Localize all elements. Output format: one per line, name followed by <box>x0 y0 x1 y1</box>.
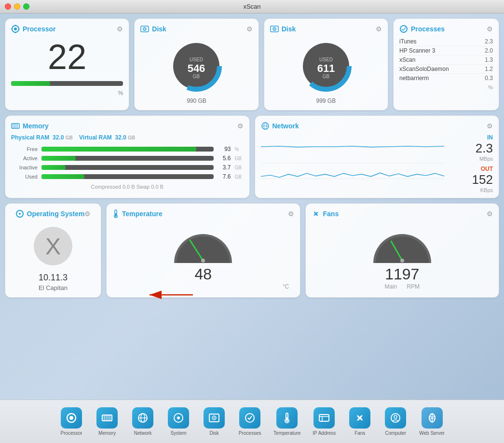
svg-point-41 <box>201 259 205 263</box>
toolbar-ipaddress[interactable]: IP Address <box>307 403 341 440</box>
toolbar-processes[interactable]: Processes <box>233 403 267 440</box>
toolbar-fans[interactable]: Fans <box>343 403 377 440</box>
os-settings[interactable]: ⚙ <box>84 210 91 218</box>
toolbar-ipaddress-icon <box>318 412 330 424</box>
memory-settings[interactable]: ⚙ <box>237 122 244 130</box>
active-bar <box>41 156 214 161</box>
fans-icon <box>312 209 320 218</box>
disk2-total: 999 GB <box>270 97 382 104</box>
processes-title: Processes <box>411 25 445 33</box>
processor-settings[interactable]: ⚙ <box>117 25 123 33</box>
close-button[interactable] <box>5 3 11 10</box>
fans-settings[interactable]: ⚙ <box>487 210 493 218</box>
net-in-value: 2.3 <box>472 141 493 156</box>
os-logo-circle: X <box>34 227 72 265</box>
toolbar-system-label: System <box>170 430 186 436</box>
toolbar-processes-icon <box>244 412 256 424</box>
row-1: Processor ⚙ 22 % Disk <box>5 18 499 111</box>
inactive-value: 3.7 <box>218 164 231 171</box>
toolbar: Processor Memory Network <box>0 400 504 443</box>
disk2-donut: USED 611 GB <box>270 37 382 95</box>
svg-text:GB: GB <box>323 74 330 79</box>
svg-point-35 <box>19 213 21 215</box>
fans-unit: RPM <box>407 283 420 290</box>
os-card: Operating System ⚙ X 10.11.3 El Capitan <box>5 203 101 298</box>
toolbar-memory[interactable]: Memory <box>90 403 124 440</box>
processor-value: 22 <box>11 38 123 76</box>
net-out-label: OUT <box>472 166 493 172</box>
titlebar: xScan <box>0 0 504 14</box>
memory-row-free: Free 93 % <box>11 146 244 152</box>
virtual-ram: 32.0 <box>115 134 126 141</box>
svg-point-22 <box>400 26 407 32</box>
disk2-settings[interactable]: ⚙ <box>376 25 382 33</box>
used-bar <box>41 174 214 179</box>
toolbar-processor-label: Processor <box>61 430 82 436</box>
toolbar-computer-icon <box>390 412 401 424</box>
toolbar-processor[interactable]: Processor <box>54 403 88 440</box>
svg-rect-49 <box>102 415 112 421</box>
inactive-bar <box>41 165 214 170</box>
memory-row-inactive: Inactive 3.7 GB <box>11 164 244 171</box>
toolbar-webserver[interactable]: Web Server <box>414 403 450 440</box>
processor-percent: % <box>11 90 123 97</box>
toolbar-webserver-icon-bg <box>422 407 443 429</box>
network-card: Network ⚙ IN 2.3 MBps <box>255 115 500 198</box>
disk2-card: Disk ⚙ USED 611 GB 999 GB <box>264 18 388 111</box>
processes-settings[interactable]: ⚙ <box>487 25 493 33</box>
os-title: Operating System <box>27 210 85 218</box>
toolbar-disk-icon <box>208 412 220 424</box>
temperature-unit: °C <box>283 283 289 290</box>
net-out-unit: KBps <box>472 187 493 193</box>
minimize-button[interactable] <box>14 3 20 10</box>
fans-sub-label: Main <box>384 283 397 290</box>
temperature-value: 48 <box>194 265 212 283</box>
network-settings[interactable]: ⚙ <box>487 122 493 130</box>
temperature-gauge <box>167 222 239 265</box>
free-bar <box>41 147 214 152</box>
svg-text:USED: USED <box>190 57 204 62</box>
toolbar-disk[interactable]: Disk <box>197 403 231 440</box>
toolbar-temperature[interactable]: Temperature <box>269 403 305 440</box>
svg-point-61 <box>214 417 215 419</box>
disk1-donut-svg: USED 546 GB <box>167 37 225 95</box>
memory-footer: Compressed 0.0 B Swap 0.0 B <box>11 184 244 190</box>
toolbar-system[interactable]: System <box>162 403 195 440</box>
row-2: Memory ⚙ Physical RAM 32.0 GB Virtual RA… <box>5 115 499 198</box>
process-row-0: iTunes 2.3 <box>399 37 493 46</box>
disk1-title: Disk <box>152 25 166 33</box>
row-3: Operating System ⚙ X 10.11.3 El Capitan <box>5 203 499 298</box>
disk1-donut: USED 546 GB <box>140 37 252 95</box>
memory-row-used: Used 7.6 GB <box>11 173 244 180</box>
os-icon <box>15 209 24 218</box>
toolbar-network[interactable]: Network <box>126 403 160 440</box>
processor-card: Processor ⚙ 22 % <box>5 18 129 111</box>
processor-icon <box>11 25 20 33</box>
net-in-unit: MBps <box>472 156 493 162</box>
processor-progress-fill <box>11 81 50 86</box>
process-name-1: HP Scanner 3 <box>399 47 436 54</box>
svg-text:GB: GB <box>193 74 200 79</box>
svg-point-71 <box>391 414 400 422</box>
memory-label-used: Used <box>11 174 38 180</box>
processes-card: Processes ⚙ iTunes 2.3 HP Scanner 3 2.0 … <box>393 18 499 111</box>
toolbar-fans-icon <box>354 412 366 424</box>
memory-label-free: Free <box>11 146 38 152</box>
temperature-title: Temperature <box>122 210 163 218</box>
toolbar-computer-label: Computer <box>385 430 406 436</box>
process-val-2: 1.3 <box>485 56 493 63</box>
toolbar-processes-icon-bg <box>239 407 260 429</box>
process-val-1: 2.0 <box>485 47 493 54</box>
zoom-button[interactable] <box>23 3 29 10</box>
process-row-4: netbarrierm 0.3 <box>399 74 493 83</box>
svg-text:611: 611 <box>317 62 335 74</box>
processes-header: Processes ⚙ <box>399 25 493 33</box>
active-value: 5.6 <box>218 155 231 162</box>
temperature-settings[interactable]: ⚙ <box>288 210 294 218</box>
svg-point-48 <box>69 416 73 420</box>
free-value: 93 <box>218 146 231 152</box>
svg-point-16 <box>274 28 275 29</box>
toolbar-computer[interactable]: Computer <box>379 403 412 440</box>
disk1-settings[interactable]: ⚙ <box>246 25 253 33</box>
main-content: Processor ⚙ 22 % Disk <box>0 14 504 400</box>
